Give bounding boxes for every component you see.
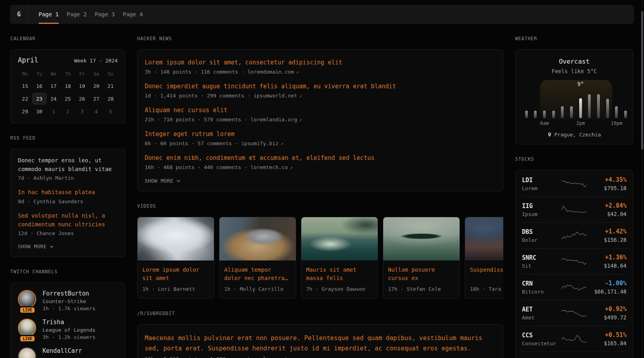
page-tabs: Page 1 Page 2 Page 3 Page 4 (28, 5, 147, 24)
day-header: Tu (32, 69, 47, 79)
weather-bar (588, 94, 591, 118)
video-card[interactable]: Mauris sit amet massa felis 7h · Grayson… (301, 217, 378, 299)
current-temperature: 9° (577, 81, 584, 87)
stock-symbol: SNRC (522, 254, 561, 261)
stock-sparkline (561, 204, 587, 215)
video-thumbnail[interactable] (383, 217, 460, 261)
channel-game: Counter-Strike (43, 298, 95, 304)
calendar-day: 26 (75, 93, 89, 105)
video-meta: 1h · Molly Carrillo (224, 286, 291, 292)
calendar-day-selected: 23 (32, 93, 47, 105)
hackernews-item-title[interactable]: Donec enim nibh, condimentum et accumsan… (145, 154, 496, 162)
twitch-channel-row[interactable]: KendallCarr (18, 347, 118, 358)
weather-bar-current (579, 98, 582, 118)
rss-item: Sed volutpat nulla nisl, a condimentum n… (18, 212, 118, 236)
twitch-channel-row[interactable]: LIVE Trisha League of Legends 3h · 1.2k … (18, 319, 118, 340)
video-title[interactable]: Lorem ipsum dolor sit amet consectetu… (142, 266, 209, 282)
external-link-icon[interactable]: ↗ (281, 141, 283, 146)
video-title[interactable]: Nullam posuere cursus ex (388, 266, 455, 282)
video-title[interactable]: Mauris sit amet massa felis (306, 266, 373, 282)
hackernews-item-title[interactable]: Integer eget rutrum lorem (145, 130, 496, 138)
location-pin-icon (547, 132, 552, 137)
hackernews-item: Integer eget rutrum lorem 6h · 60 points… (145, 130, 496, 146)
weather-location: Prague, Czechia (522, 132, 627, 138)
stock-row[interactable]: DBS Dolor +1.42% $156.28 (522, 222, 627, 248)
video-card[interactable]: Nullam posuere cursus ex 17h · Stefan Co… (383, 217, 460, 299)
video-card[interactable]: Suspendisse diam 18h · Tara (465, 217, 503, 299)
stock-price: $156.28 (588, 237, 627, 243)
calendar-day-next-month: 2 (61, 105, 75, 117)
stock-change: +4.35% (588, 176, 627, 183)
scrollbar-thumb[interactable] (641, 11, 643, 150)
twitch-channel-row[interactable]: LIVE ForrestBurton Counter-Strike 1h · 1… (18, 290, 118, 311)
channel-meta: 1h · 1.7k viewers (43, 305, 95, 311)
stock-price: $165.84 (588, 340, 627, 346)
rss-item-meta: 8d · Cynthia Saunders (18, 198, 118, 204)
tab-page-3[interactable]: Page 3 (91, 5, 119, 24)
calendar-day: 22 (18, 93, 32, 105)
tab-page-2[interactable]: Page 2 (63, 5, 91, 24)
video-thumbnail[interactable] (301, 217, 378, 261)
stock-sparkline (561, 230, 587, 241)
weather-bar (570, 106, 573, 118)
stock-row[interactable]: LDI Lorem +4.35% $795.18 (522, 171, 627, 197)
rss-widget: Donec tempor eros leo, ut commodo mauris… (10, 149, 125, 257)
tab-label: Page 3 (95, 11, 115, 18)
subreddit-post-title[interactable]: Maecenas mollis pulvinar erat non posuer… (145, 333, 496, 354)
weather-bar (561, 106, 564, 118)
calendar-day: 18 (61, 80, 75, 92)
stock-row[interactable]: CCS Consectetur +0.51% $165.84 (522, 326, 627, 352)
weather-bar (552, 111, 555, 118)
stock-price: $795.18 (588, 185, 627, 191)
stock-name: Consectetur (522, 340, 561, 346)
rss-item-title[interactable]: Sed volutpat nulla nisl, a condimentum n… (18, 212, 118, 229)
rss-show-more-button[interactable]: SHOW MORE (18, 243, 54, 249)
tab-page-1[interactable]: Page 1 (35, 5, 63, 24)
stock-row[interactable]: CRN Bitcorn -1.00% $66,171.48 (522, 274, 627, 300)
weather-condition: Overcast (522, 58, 627, 65)
calendar-month: April (18, 56, 38, 64)
hackernews-item-title[interactable]: Lorem ipsum dolor sit amet, consectetur … (145, 58, 496, 67)
external-link-icon[interactable]: ↗ (302, 356, 305, 358)
video-thumbnail[interactable] (465, 217, 503, 261)
stock-row[interactable]: SNRC Sit +1.36% $148.64 (522, 248, 627, 274)
avatar (18, 290, 36, 308)
stock-change: +0.92% (588, 305, 627, 313)
weather-hourly-chart: 9° (522, 80, 630, 118)
stock-price: $66,171.48 (588, 288, 627, 295)
rss-item-title[interactable]: In hac habitasse platea (18, 188, 118, 197)
left-column: CALENDAR April Week 17 · 2024 Mo Tu We T… (10, 24, 125, 358)
weather-bar (624, 111, 627, 118)
hackernews-show-more-button[interactable]: SHOW MORE (145, 178, 180, 184)
rss-item-title[interactable]: Donec tempor eros leo, ut commodo mauris… (18, 156, 118, 173)
rss-item-meta: 7d · Ashlyn Martin (18, 175, 118, 181)
avatar (18, 319, 36, 337)
video-title[interactable]: Suspendisse diam (470, 266, 503, 282)
external-link-icon[interactable]: ↗ (290, 165, 293, 170)
video-card[interactable]: Lorem ipsum dolor sit amet consectetu… 1… (137, 217, 214, 299)
weather-feels-like: Feels like 5°C (522, 68, 627, 74)
calendar-day: 20 (89, 80, 103, 92)
stock-change: -1.00% (588, 280, 627, 287)
weather-time-label: 10pm (611, 121, 623, 126)
tab-page-4[interactable]: Page 4 (119, 5, 147, 24)
stock-row[interactable]: AHS +0.46% (522, 352, 627, 358)
hackernews-item-title[interactable]: Donec imperdiet augue tincidunt felis al… (145, 82, 496, 91)
video-thumbnail[interactable] (138, 217, 214, 261)
calendar-day: 25 (61, 93, 75, 105)
live-badge: LIVE (19, 335, 36, 342)
stock-row[interactable]: AET Amet +0.92% $499.72 (522, 300, 627, 326)
weather-bars (522, 94, 630, 118)
calendar-day: 15 (18, 80, 32, 92)
avatar (18, 347, 36, 358)
calendar-day: 27 (89, 93, 103, 105)
external-link-icon[interactable]: ↗ (299, 117, 302, 123)
video-title[interactable]: Aliquam tempor dolor nec pharetra… (224, 266, 291, 282)
video-card[interactable]: Aliquam tempor dolor nec pharetra… 1h · … (219, 217, 296, 299)
stock-row[interactable]: IIG Ipsum +2.84% $42.04 (522, 197, 627, 222)
external-link-icon[interactable]: ↗ (296, 69, 299, 75)
day-header: We (47, 69, 61, 79)
hackernews-item-title[interactable]: Aliquam nec cursus elit (145, 106, 496, 115)
external-link-icon[interactable]: ↗ (299, 93, 302, 99)
video-thumbnail[interactable] (219, 217, 296, 261)
